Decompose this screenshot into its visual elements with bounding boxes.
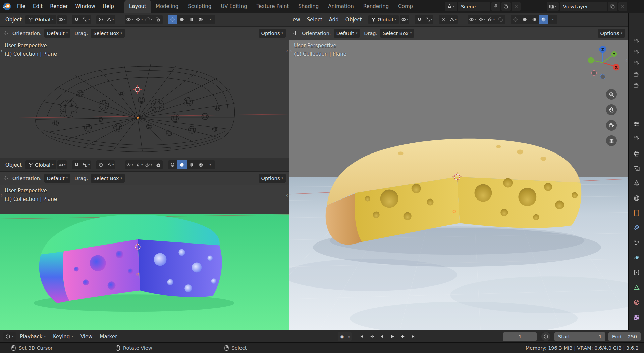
show-overlays-dropdown[interactable]: ▾ xyxy=(144,160,153,169)
workspace-tab-layout[interactable]: Layout xyxy=(124,0,151,13)
props-tab-constraints[interactable] xyxy=(633,268,641,276)
workspace-tab-modeling[interactable]: Modeling xyxy=(151,0,183,13)
auto-keying-dropdown[interactable]: ▾ xyxy=(346,332,352,341)
shading-material-button[interactable] xyxy=(529,15,539,24)
viewlayer-name-field[interactable]: ViewLayer xyxy=(560,2,607,11)
props-tab-output[interactable] xyxy=(633,149,641,158)
rendered-3d-scene[interactable] xyxy=(289,40,628,330)
menu-help[interactable]: Help xyxy=(99,3,118,9)
workspace-tab-sculpting[interactable]: Sculpting xyxy=(183,0,216,13)
new-scene-button[interactable] xyxy=(501,2,511,11)
previous-keyframe-button[interactable] xyxy=(367,333,376,341)
menu-select[interactable]: Select xyxy=(304,17,326,23)
props-tab-world[interactable] xyxy=(633,194,641,202)
pivot-point-dropdown[interactable]: ▾ xyxy=(57,15,67,24)
strip-camera-icon[interactable] xyxy=(633,37,641,45)
workspace-tab-compositing-clipped[interactable]: Comp xyxy=(393,0,418,13)
next-keyframe-button[interactable] xyxy=(398,333,408,341)
keying-menu[interactable]: Keying▾ xyxy=(50,334,76,340)
shading-rendered-button[interactable] xyxy=(196,160,206,169)
gizmo-axis-ball[interactable] xyxy=(588,57,594,64)
gizmo-neg-ball[interactable] xyxy=(600,74,605,79)
shading-material-button[interactable] xyxy=(187,160,196,169)
props-tab-modifiers[interactable] xyxy=(633,224,641,232)
snap-toggle[interactable] xyxy=(72,160,82,169)
shading-dropdown[interactable]: ▾ xyxy=(206,160,215,169)
sidebar-expand-arrow[interactable]: ‹ xyxy=(286,193,288,198)
preview-range-toggle[interactable] xyxy=(541,332,550,341)
object-visibility-dropdown[interactable]: ▾ xyxy=(125,15,135,24)
props-tab-tool[interactable] xyxy=(633,120,641,128)
workspace-tab-uv-editing[interactable]: UV Editing xyxy=(216,0,252,13)
jump-to-start-button[interactable] xyxy=(357,333,366,341)
snap-toggle[interactable] xyxy=(72,15,82,24)
start-frame-field[interactable]: Start 1 xyxy=(554,332,605,341)
playback-menu[interactable]: Playback▾ xyxy=(17,334,49,340)
zoom-button[interactable] xyxy=(606,89,617,100)
shading-solid-button[interactable] xyxy=(520,15,529,24)
play-button[interactable] xyxy=(388,333,397,341)
marker-menu[interactable]: Marker xyxy=(97,334,120,340)
jump-to-end-button[interactable] xyxy=(409,333,418,341)
strip-camera-icon[interactable] xyxy=(633,71,641,79)
show-gizmo-dropdown[interactable]: ▾ xyxy=(477,15,486,24)
transform-orientation-dropdown[interactable]: Global▾ xyxy=(368,15,399,24)
props-tab-scene[interactable] xyxy=(633,179,641,187)
props-tab-object[interactable] xyxy=(633,209,641,217)
drag-dropdown[interactable]: Select Box▾ xyxy=(91,29,125,38)
play-reverse-button[interactable] xyxy=(378,333,387,341)
blender-logo-icon[interactable] xyxy=(3,2,11,11)
gizmo-neg-ball[interactable] xyxy=(592,71,597,76)
delete-viewlayer-button[interactable] xyxy=(618,2,627,11)
pan-button[interactable] xyxy=(606,104,617,115)
options-dropdown[interactable]: Options▾ xyxy=(259,174,286,183)
toolbar-expand-arrow[interactable]: › xyxy=(1,193,3,198)
pivot-point-dropdown[interactable]: ▾ xyxy=(400,15,409,24)
drag-dropdown[interactable]: Select Box▾ xyxy=(91,174,125,183)
workspace-tab-texture-paint[interactable]: Texture Paint xyxy=(252,0,293,13)
view-menu[interactable]: View xyxy=(77,334,96,340)
options-dropdown[interactable]: Options▾ xyxy=(259,29,286,38)
snap-settings-dropdown[interactable]: ▾ xyxy=(82,15,91,24)
shading-rendered-button[interactable] xyxy=(196,15,206,24)
shading-material-button[interactable] xyxy=(187,15,196,24)
props-tab-viewlayer[interactable] xyxy=(633,164,641,172)
toolbar-expand-arrow[interactable]: › xyxy=(1,49,3,54)
pivot-point-dropdown[interactable]: ▾ xyxy=(57,160,67,169)
orthographic-toggle-button[interactable] xyxy=(606,135,617,146)
shading-wireframe-button[interactable] xyxy=(168,160,177,169)
menu-file[interactable]: File xyxy=(13,3,29,9)
toggle-xray-button[interactable] xyxy=(496,15,505,24)
tool-orientation-dropdown[interactable]: Default▾ xyxy=(334,29,360,38)
object-visibility-dropdown[interactable]: ▾ xyxy=(125,160,135,169)
props-tab-physics[interactable] xyxy=(633,254,641,262)
snap-settings-dropdown[interactable]: ▾ xyxy=(424,15,433,24)
props-tab-texture[interactable] xyxy=(633,313,641,321)
menu-render[interactable]: Render xyxy=(46,3,71,9)
viewlayer-browse-button[interactable]: ▾ xyxy=(547,2,559,11)
strip-camera-icon[interactable] xyxy=(633,82,641,90)
navigation-gizmo[interactable]: Z Y X xyxy=(584,44,622,82)
toolbar-expand-arrow[interactable]: › xyxy=(290,49,292,54)
shading-dropdown[interactable]: ▾ xyxy=(548,15,557,24)
editor-type-dropdown[interactable]: ▾ xyxy=(3,332,16,341)
strip-camera-icon[interactable] xyxy=(633,59,641,68)
viewport-canvas[interactable]: User Perspective (1) Collection | Plane … xyxy=(289,40,628,330)
sidebar-expand-arrow[interactable]: ‹ xyxy=(286,49,288,54)
scene-name-field[interactable]: Scene xyxy=(458,2,490,11)
drag-dropdown[interactable]: Select Box▾ xyxy=(380,29,414,38)
props-tab-particles[interactable] xyxy=(633,239,641,247)
pin-scene-button[interactable] xyxy=(491,2,500,11)
shading-solid-button[interactable] xyxy=(177,160,187,169)
current-frame-field[interactable]: 1 xyxy=(503,332,537,341)
workspace-tab-shading[interactable]: Shading xyxy=(293,0,323,13)
shading-wireframe-button[interactable] xyxy=(168,15,177,24)
props-tab-render[interactable] xyxy=(633,134,641,142)
menu-view-clipped[interactable]: ew xyxy=(292,17,304,23)
proportional-editing-toggle[interactable] xyxy=(439,15,448,24)
new-viewlayer-button[interactable] xyxy=(608,2,617,11)
viewport-canvas[interactable]: User Perspective (1) Collection | Plane … xyxy=(0,40,289,158)
workspace-tab-animation[interactable]: Animation xyxy=(323,0,358,13)
auto-keying-toggle[interactable]: ● xyxy=(338,332,346,341)
camera-view-button[interactable] xyxy=(606,120,617,131)
